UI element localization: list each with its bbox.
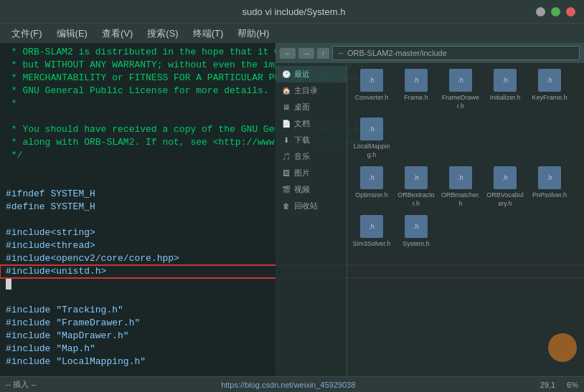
fm-sidebar-label: 主目录 <box>294 85 318 96</box>
menu-edit[interactable]: 编辑(E) <box>51 26 93 42</box>
fm-up-button[interactable]: ↑ <box>317 48 329 59</box>
fm-sidebar-icon: 📄 <box>281 119 291 129</box>
fm-files-row1: .hConverter.h.hFrame.h.hFrameDrawer.h.hI… <box>350 66 581 162</box>
fm-file-label: Sim3Solver.h <box>352 239 390 248</box>
fm-back-button[interactable]: ← <box>280 48 296 59</box>
fm-file-icon: .h <box>449 166 472 189</box>
fm-sidebar-label: 桌面 <box>294 102 310 113</box>
fm-file-item[interactable]: .hOptimizer.h <box>350 163 393 211</box>
fm-file-icon: .h <box>360 166 383 189</box>
fm-file-icon: .h <box>360 215 383 238</box>
fm-file-item[interactable]: .hORBVocabulary.h <box>484 163 527 211</box>
fm-file-item[interactable]: .hFrame.h <box>395 66 438 113</box>
fm-sidebar-item[interactable]: 📄文档 <box>275 115 347 132</box>
fm-file-label: Optimizer.h <box>355 191 388 199</box>
fm-sidebar-icon: 🖥 <box>281 102 291 113</box>
fm-toolbar: ← → ↑ ← ORB-SLAM2-master/include <box>275 43 584 63</box>
fm-file-icon: .h <box>494 69 517 92</box>
fm-sidebar-label: 视频 <box>294 184 310 195</box>
fm-file-icon: .h <box>538 69 561 92</box>
fm-sidebar-item[interactable]: ⬇下载 <box>275 132 347 148</box>
menu-search[interactable]: 搜索(S) <box>141 26 184 42</box>
menu-file[interactable]: 文件(F) <box>6 26 48 42</box>
fm-sidebar-icon: 🖼 <box>281 168 291 178</box>
fm-sidebar-label: 音乐 <box>294 151 310 162</box>
fm-sidebar-item[interactable]: 🎬视频 <box>275 181 347 198</box>
window-title: sudo vi include/System.h <box>52 6 536 17</box>
status-mode: -- 插入 -- <box>6 379 37 390</box>
fm-file-icon: .h <box>360 69 383 92</box>
fm-file-item[interactable]: .hFrameDrawer.h <box>439 66 482 113</box>
file-manager-overlay: ← → ↑ ← ORB-SLAM2-master/include 🕐最近🏠主目录… <box>275 43 584 376</box>
fm-sidebar-items: 🕐最近🏠主目录🖥桌面📄文档⬇下载🎵音乐🖼图片🎬视频🗑回收站 <box>275 66 347 214</box>
fm-file-icon: .h <box>405 166 428 189</box>
status-position: 29,1 <box>540 381 555 389</box>
status-url: https://blog.csdn.net/weixin_45929038 <box>221 381 355 389</box>
fm-decorative-circle <box>548 333 577 362</box>
fm-content: 🕐最近🏠主目录🖥桌面📄文档⬇下载🎵音乐🖼图片🎬视频🗑回收站 .hConverte… <box>275 63 584 376</box>
fm-sidebar-item[interactable]: 🖥桌面 <box>275 99 347 115</box>
fm-file-icon: .h <box>405 69 428 92</box>
fm-file-label: ORBextractor.h <box>396 191 436 208</box>
fm-file-label: PnPsolver.h <box>532 191 567 199</box>
fm-file-label: LocalMapping.h <box>352 142 392 159</box>
fm-files: .hConverter.h.hFrame.h.hFrameDrawer.h.hI… <box>347 63 584 376</box>
fm-sidebar-label: 回收站 <box>294 201 318 211</box>
fm-file-icon: .h <box>538 166 561 189</box>
maximize-button[interactable] <box>551 7 560 16</box>
fm-file-item[interactable]: .hConverter.h <box>350 66 393 113</box>
fm-file-label: Initializer.h <box>490 93 521 102</box>
fm-sidebar-icon: 🎬 <box>281 185 291 195</box>
status-right: 29,1 6% <box>540 381 578 389</box>
fm-sidebar-item[interactable]: 🕐最近 <box>275 66 347 82</box>
fm-file-item[interactable]: .hSystem.h <box>395 212 438 251</box>
fm-file-item[interactable]: .hKeyFrame.h <box>528 66 571 113</box>
menu-help[interactable]: 帮助(H) <box>232 26 275 42</box>
fm-file-item[interactable]: .hPnPsolver.h <box>528 163 571 211</box>
window-controls <box>536 7 575 16</box>
fm-file-label: ORBmatcher.h <box>441 191 481 208</box>
fm-file-label: ORBVocabulary.h <box>485 191 525 208</box>
fm-sidebar-icon: 🕐 <box>281 70 291 80</box>
status-percent: 6% <box>567 381 578 389</box>
fm-path-text: ← ORB-SLAM2-master/include <box>337 49 447 57</box>
fm-sidebar-icon: 🏠 <box>281 86 291 96</box>
status-bar: -- 插入 -- https://blog.csdn.net/weixin_45… <box>0 376 584 392</box>
fm-sidebar-icon: 🗑 <box>281 201 291 211</box>
fm-file-icon: .h <box>405 215 428 238</box>
menu-view[interactable]: 查看(V) <box>96 26 138 42</box>
content-wrapper: * ORB-SLAM2 is distributed in the hope t… <box>0 43 584 376</box>
fm-sidebar-item[interactable]: 🎵音乐 <box>275 148 347 165</box>
fm-file-item[interactable]: .hSim3Solver.h <box>350 212 393 251</box>
fm-file-item[interactable]: .hInitializer.h <box>484 66 527 113</box>
fm-sidebar-label: 图片 <box>294 168 310 178</box>
fm-sidebar-label: 下载 <box>294 135 310 145</box>
fm-sidebar-item[interactable]: 🗑回收站 <box>275 198 347 214</box>
fm-file-label: Converter.h <box>355 93 389 102</box>
fm-file-item[interactable]: .hORBmatcher.h <box>439 163 482 211</box>
menu-bar: 文件(F) 编辑(E) 查看(V) 搜索(S) 终端(T) 帮助(H) <box>0 23 584 43</box>
minimize-button[interactable] <box>536 7 545 16</box>
fm-file-icon: .h <box>449 69 472 92</box>
menu-terminal[interactable]: 终端(T) <box>187 26 230 42</box>
fm-file-label: KeyFrame.h <box>532 93 567 102</box>
fm-forward-button[interactable]: → <box>298 48 314 59</box>
fm-file-label: System.h <box>402 239 430 248</box>
fm-sidebar-icon: ⬇ <box>281 135 291 145</box>
fm-file-item[interactable]: .hORBextractor.h <box>395 163 438 211</box>
fm-path-bar[interactable]: ← ORB-SLAM2-master/include <box>332 46 580 60</box>
fm-file-icon: .h <box>494 166 517 189</box>
fm-sidebar-label: 最近 <box>294 69 310 80</box>
fm-file-icon: .h <box>360 118 383 140</box>
fm-file-item[interactable]: .hLocalMapping.h <box>350 115 393 162</box>
fm-sidebar-icon: 🎵 <box>281 152 291 162</box>
fm-sidebar: 🕐最近🏠主目录🖥桌面📄文档⬇下载🎵音乐🖼图片🎬视频🗑回收站 <box>275 63 347 376</box>
fm-sidebar-label: 文档 <box>294 118 310 129</box>
close-button[interactable] <box>566 7 575 16</box>
fm-sidebar-item[interactable]: 🏠主目录 <box>275 82 347 99</box>
fm-files-row2: .hOptimizer.h.hORBextractor.h.hORBmatche… <box>350 163 581 251</box>
fm-sidebar-item[interactable]: 🖼图片 <box>275 165 347 181</box>
title-bar: sudo vi include/System.h <box>0 0 584 23</box>
fm-file-label: Frame.h <box>404 93 428 102</box>
fm-file-label: FrameDrawer.h <box>441 93 481 110</box>
